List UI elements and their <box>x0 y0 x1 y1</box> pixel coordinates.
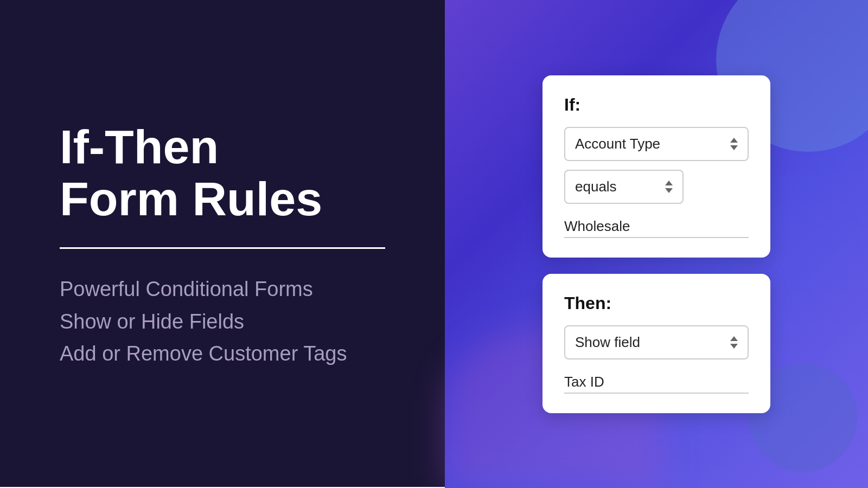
then-label: Then: <box>564 293 749 313</box>
main-title: If-Then Form Rules <box>60 121 385 226</box>
show-field-value: Show field <box>575 334 730 351</box>
show-field-spinner[interactable] <box>730 336 738 349</box>
equals-spinner[interactable] <box>665 181 673 193</box>
arrow-up-icon <box>730 138 738 143</box>
then-card: Then: Show field Tax ID <box>542 274 770 413</box>
arrow-down-icon-3 <box>730 344 738 349</box>
equals-value: equals <box>575 178 665 195</box>
bullet-3: Add or Remove Customer Tags <box>60 341 385 367</box>
then-value-text: Tax ID <box>564 368 749 394</box>
if-value-text: Wholesale <box>564 213 749 238</box>
if-card: If: Account Type equals Wholesale <box>542 75 770 258</box>
show-field-select[interactable]: Show field <box>564 325 749 359</box>
equals-select[interactable]: equals <box>564 170 684 204</box>
account-type-value: Account Type <box>575 136 730 152</box>
account-type-spinner[interactable] <box>730 138 738 150</box>
arrow-down-icon <box>730 145 738 150</box>
bullet-2: Show or Hide Fields <box>60 309 385 335</box>
if-label: If: <box>564 95 749 115</box>
left-panel: If-Then Form Rules Powerful Conditional … <box>0 0 445 488</box>
bullet-1: Powerful Conditional Forms <box>60 276 385 303</box>
arrow-up-icon-3 <box>730 336 738 341</box>
account-type-select[interactable]: Account Type <box>564 127 749 161</box>
arrow-up-icon-2 <box>665 181 673 185</box>
divider <box>60 247 385 249</box>
bullet-list: Powerful Conditional Forms Show or Hide … <box>60 276 385 367</box>
arrow-down-icon-2 <box>665 188 673 193</box>
right-panel: If: Account Type equals Wholesale Then: … <box>445 0 868 488</box>
